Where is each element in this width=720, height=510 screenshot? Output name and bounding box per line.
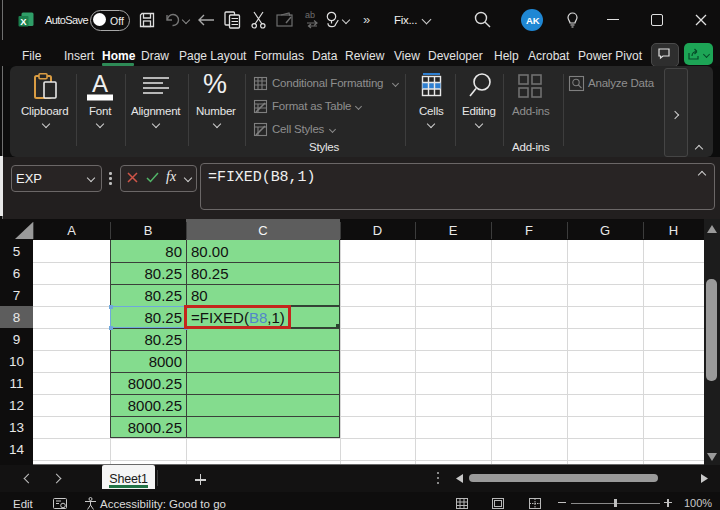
svg-text:X: X (20, 16, 27, 27)
svg-text:ab: ab (305, 10, 315, 20)
svg-text:A: A (92, 70, 108, 97)
